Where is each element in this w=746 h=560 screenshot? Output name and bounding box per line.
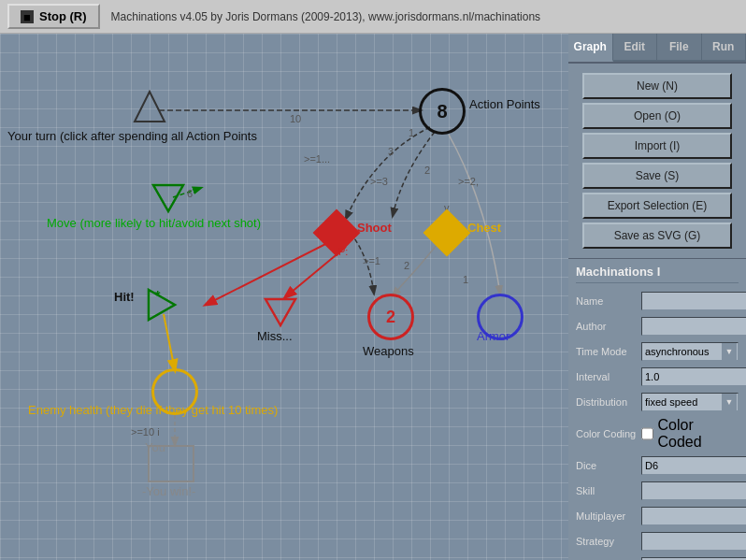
hit-label: Hit! xyxy=(114,290,135,304)
svg-marker-7 xyxy=(265,299,295,325)
edge-label-1a: 1 xyxy=(409,127,414,138)
dice-label: Dice xyxy=(576,460,641,471)
author-row: Author xyxy=(576,316,739,337)
distribution-select[interactable]: fixed speed xyxy=(641,393,739,411)
you-win-label: -You win!- xyxy=(142,484,195,498)
tab-file[interactable]: File xyxy=(657,34,702,62)
edge-label-2: 2 xyxy=(424,165,430,176)
dice-row: Dice xyxy=(576,455,739,476)
time-mode-select[interactable]: asynchronous xyxy=(641,342,739,361)
distribution-wrapper: fixed speed ▼ xyxy=(641,393,739,411)
chest-node[interactable] xyxy=(423,209,471,257)
strategy-input[interactable] xyxy=(641,532,746,551)
shoot-sub: P: xyxy=(338,246,348,257)
skill-row: Skill xyxy=(576,481,739,501)
color-coding-checkbox[interactable] xyxy=(641,427,653,440)
properties-section: Machinations I Name Author Time Mode asy… xyxy=(568,259,746,560)
tab-edit[interactable]: Edit xyxy=(613,34,658,62)
edge-label-2b: 2 xyxy=(404,260,409,271)
weapons-value: 2 xyxy=(386,308,395,327)
skill-label: Skill xyxy=(576,485,641,496)
name-row: Name xyxy=(576,291,739,311)
you-label: You xyxy=(145,440,165,454)
miss-triangle xyxy=(264,295,297,333)
chest-label: Chest xyxy=(467,221,501,235)
save-button[interactable]: Save (S) xyxy=(582,163,732,189)
title-bar: ■ Stop (R) Machinations v4.05 by Joris D… xyxy=(0,0,746,34)
export-selection-button[interactable]: Export Selection (E) xyxy=(582,193,732,219)
edge-label-gte1b: >=1 xyxy=(363,255,380,266)
your-turn-triangle xyxy=(131,88,168,129)
panel-buttons: New (N) Open (O) Import (I) Save (S) Exp… xyxy=(568,64,746,259)
interval-input[interactable] xyxy=(641,367,746,386)
interval-label: Interval xyxy=(576,371,641,382)
color-coding-row: Color Coding Color Coded xyxy=(576,417,739,451)
your-turn-text: Your turn (click after spending all Acti… xyxy=(7,129,257,143)
move-triangle xyxy=(151,181,185,219)
edge-label-6: 6 xyxy=(187,188,193,199)
strategy-label: Strategy xyxy=(576,536,641,547)
properties-title: Machinations I xyxy=(576,265,739,283)
shoot-node[interactable] xyxy=(313,209,361,257)
app-title: Machinations v4.05 by Joris Dormans (200… xyxy=(111,10,541,23)
width-row: Width ▲ ▼ xyxy=(576,556,739,560)
stop-icon: ■ xyxy=(21,10,34,23)
svg-marker-4 xyxy=(135,92,165,122)
armor-label: Armor xyxy=(477,329,509,343)
import-button[interactable]: Import (I) xyxy=(582,133,732,159)
new-button[interactable]: New (N) xyxy=(582,73,732,99)
multiplayer-input[interactable] xyxy=(641,507,746,525)
miss-label: Miss... xyxy=(257,329,293,343)
action-points-node[interactable]: 8 xyxy=(419,88,466,135)
enemy-health-text: Enemy health (they die if they get hit 1… xyxy=(28,403,278,417)
save-svg-button[interactable]: Save as SVG (G) xyxy=(582,223,732,249)
edge-label-gte10: >=10 i xyxy=(131,426,160,438)
canvas-area[interactable]: Your turn (click after spending all Acti… xyxy=(0,34,568,560)
hit-triangle xyxy=(145,288,179,325)
weapons-label: Weapons xyxy=(363,344,414,358)
svg-marker-5 xyxy=(153,185,183,211)
tab-bar: Graph Edit File Run xyxy=(568,34,746,64)
name-label: Name xyxy=(576,295,641,307)
distribution-row: Distribution fixed speed ▼ xyxy=(576,392,739,412)
color-coded-label: Color Coded xyxy=(657,417,739,451)
author-input[interactable] xyxy=(641,317,746,336)
edge-label-3: 3 xyxy=(388,146,394,157)
stop-button[interactable]: ■ Stop (R) xyxy=(7,4,100,29)
multiplayer-label: Multiplayer xyxy=(576,510,641,522)
edge-label-gte2: >=2, xyxy=(458,176,479,187)
interval-input-wrapper: ▲ ▼ xyxy=(641,367,746,386)
tab-run[interactable]: Run xyxy=(702,34,747,62)
color-coding-label: Color Coding xyxy=(576,428,641,439)
open-button[interactable]: Open (O) xyxy=(582,103,732,129)
edge-label-gte3: >=3 xyxy=(370,176,388,187)
time-mode-label: Time Mode xyxy=(576,346,641,357)
distribution-label: Distribution xyxy=(576,396,641,408)
action-points-label: Action Points xyxy=(469,97,540,111)
name-input[interactable] xyxy=(641,292,746,310)
time-mode-row: Time Mode asynchronous ▼ xyxy=(576,341,739,362)
edge-label-gte1: >=1... xyxy=(304,153,330,165)
multiplayer-row: Multiplayer xyxy=(576,506,739,526)
author-label: Author xyxy=(576,321,641,332)
svg-marker-6 xyxy=(149,290,175,320)
move-text: Move (more likely to hit/avoid next shot… xyxy=(47,216,261,230)
tab-graph[interactable]: Graph xyxy=(568,34,613,62)
skill-input[interactable] xyxy=(641,481,746,500)
action-points-value: 8 xyxy=(437,101,447,122)
right-panel: Graph Edit File Run New (N) Open (O) Imp… xyxy=(568,34,746,560)
dice-input[interactable] xyxy=(641,456,746,475)
time-mode-wrapper: asynchronous ▼ xyxy=(641,342,739,361)
edge-label-1b: 1 xyxy=(463,274,468,285)
strategy-row: Strategy xyxy=(576,531,739,552)
main-area: Your turn (click after spending all Acti… xyxy=(0,34,746,560)
weapons-node[interactable]: 2 xyxy=(367,294,414,340)
color-coding-checkbox-wrapper: Color Coded xyxy=(641,417,739,451)
edge-label-10: 10 xyxy=(290,113,301,124)
interval-row: Interval ▲ ▼ xyxy=(576,366,739,387)
shoot-label: Shoot xyxy=(357,221,392,235)
stop-label: Stop (R) xyxy=(39,9,87,23)
